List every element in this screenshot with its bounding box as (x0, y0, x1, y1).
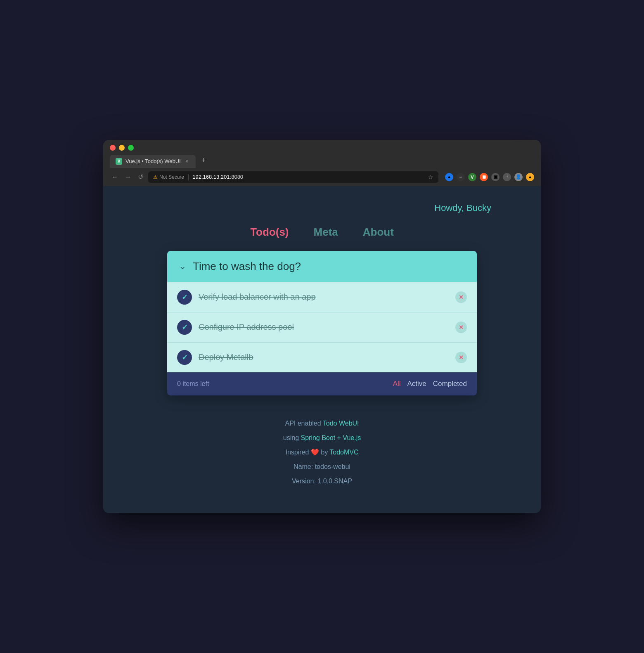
todo-card-header: ⌄ Time to wash the dog? (167, 251, 477, 282)
footer-using-prefix: using (283, 434, 301, 441)
ext-icon-5[interactable]: ▣ (491, 173, 500, 181)
filter-active[interactable]: Active (407, 380, 426, 388)
nav-todos[interactable]: Todo(s) (250, 226, 289, 239)
address-url: 192.168.13.201:8080 (192, 174, 243, 180)
ext-icon-1[interactable]: ● (445, 173, 453, 181)
checkmark-icon-3: ✓ (182, 353, 188, 362)
address-host: 192.168.13.201 (192, 174, 230, 180)
footer-line-3: Inspired ❤️ by TodoMVC (111, 445, 533, 459)
footer-todo-webui-link[interactable]: Todo WebUI (323, 420, 359, 427)
filter-completed[interactable]: Completed (433, 380, 467, 388)
close-traffic-light[interactable] (110, 145, 116, 151)
page-content: Howdy, Bucky Todo(s) Meta About ⌄ Time t… (103, 186, 541, 513)
footer-todomvc-link[interactable]: TodoMVC (329, 449, 358, 456)
todo-item-2: ✓ Configure IP address pool ✕ (167, 312, 477, 342)
delete-button-3[interactable]: ✕ (455, 352, 467, 363)
nav-meta[interactable]: Meta (314, 226, 338, 239)
footer-line-1: API enabled Todo WebUI (111, 416, 533, 431)
back-button[interactable]: ← (110, 173, 120, 182)
page-footer: API enabled Todo WebUI using Spring Boot… (111, 416, 533, 489)
extensions-button[interactable]: ⋮ (503, 173, 511, 181)
forward-button[interactable]: → (123, 173, 133, 182)
footer-by-text: by (319, 449, 330, 456)
traffic-lights (110, 145, 534, 151)
ext-icon-2[interactable]: ≡ (457, 173, 465, 181)
tab-close-button[interactable]: × (184, 159, 190, 164)
active-tab[interactable]: V Vue.js • Todo(s) WebUI × (110, 155, 196, 168)
tab-bar: V Vue.js • Todo(s) WebUI × + (110, 155, 534, 168)
todo-list: ✓ Verify load balancer with an app ✕ ✓ C… (167, 282, 477, 372)
new-tab-button[interactable]: + (198, 156, 209, 168)
profile-avatar[interactable]: 👤 (514, 173, 523, 181)
items-left-count: 0 items left (177, 380, 385, 388)
todo-checkbox-2[interactable]: ✓ (177, 320, 192, 335)
todo-text-1: Verify load balancer with an app (199, 292, 449, 302)
todo-card-title: Time to wash the dog? (193, 260, 301, 273)
greeting: Howdy, Bucky (111, 203, 533, 213)
checkmark-icon-1: ✓ (182, 293, 188, 302)
address-bar-row: ← → ↺ ⚠ Not Secure | 192.168.13.201:8080… (103, 168, 541, 186)
ext-icon-4[interactable]: ◼ (480, 173, 488, 181)
todo-footer: 0 items left All Active Completed (167, 372, 477, 395)
todo-item-3: ✓ Deploy Metallb ✕ (167, 342, 477, 372)
filter-all[interactable]: All (393, 380, 401, 388)
ext-icon-3[interactable]: V (468, 173, 476, 181)
footer-api-prefix: API enabled (285, 420, 322, 427)
tab-title: Vue.js • Todo(s) WebUI (125, 158, 181, 164)
browser-chrome: V Vue.js • Todo(s) WebUI × + (103, 140, 541, 168)
address-bar[interactable]: ⚠ Not Secure | 192.168.13.201:8080 ☆ (148, 171, 438, 183)
main-nav: Todo(s) Meta About (111, 226, 533, 239)
todo-checkbox-3[interactable]: ✓ (177, 350, 192, 365)
nav-about[interactable]: About (363, 226, 394, 239)
footer-line-4: Name: todos-webui (111, 459, 533, 474)
filter-buttons: All Active Completed (393, 380, 467, 388)
delete-button-1[interactable]: ✕ (455, 291, 467, 303)
browser-window: V Vue.js • Todo(s) WebUI × + ← → ↺ ⚠ Not… (103, 140, 541, 513)
minimize-traffic-light[interactable] (119, 145, 125, 151)
footer-line-2: using Spring Boot + Vue.js (111, 431, 533, 445)
checkmark-icon-2: ✓ (182, 323, 188, 332)
close-icon-2: ✕ (459, 324, 464, 331)
close-icon-1: ✕ (459, 294, 464, 300)
not-secure-indicator: ⚠ Not Secure (153, 174, 184, 180)
heart-icon: ❤️ (311, 449, 319, 456)
warning-icon: ⚠ (153, 174, 158, 180)
delete-button-2[interactable]: ✕ (455, 322, 467, 333)
todo-card: ⌄ Time to wash the dog? ✓ Verify load ba… (167, 251, 477, 395)
footer-inspired-prefix: Inspired (285, 449, 310, 456)
footer-spring-vue-link[interactable]: Spring Boot + Vue.js (301, 434, 361, 441)
footer-line-5: Version: 1.0.0.SNAP (111, 474, 533, 488)
bookmark-icon[interactable]: ☆ (428, 174, 433, 180)
tab-favicon: V (116, 158, 122, 165)
browser-extensions: ● ≡ V ◼ ▣ ⋮ 👤 ● (445, 173, 534, 181)
maximize-traffic-light[interactable] (128, 145, 134, 151)
address-port: :8080 (230, 174, 244, 180)
todo-item-1: ✓ Verify load balancer with an app ✕ (167, 282, 477, 312)
todo-checkbox-1[interactable]: ✓ (177, 290, 192, 305)
todo-text-3: Deploy Metallb (199, 353, 449, 362)
refresh-button[interactable]: ↺ (136, 172, 145, 182)
address-separator: | (187, 173, 189, 181)
chevron-down-icon[interactable]: ⌄ (179, 261, 186, 272)
not-secure-label: Not Secure (159, 174, 184, 180)
todo-text-2: Configure IP address pool (199, 322, 449, 332)
close-icon-3: ✕ (459, 354, 464, 361)
ext-icon-6[interactable]: ● (526, 173, 534, 181)
